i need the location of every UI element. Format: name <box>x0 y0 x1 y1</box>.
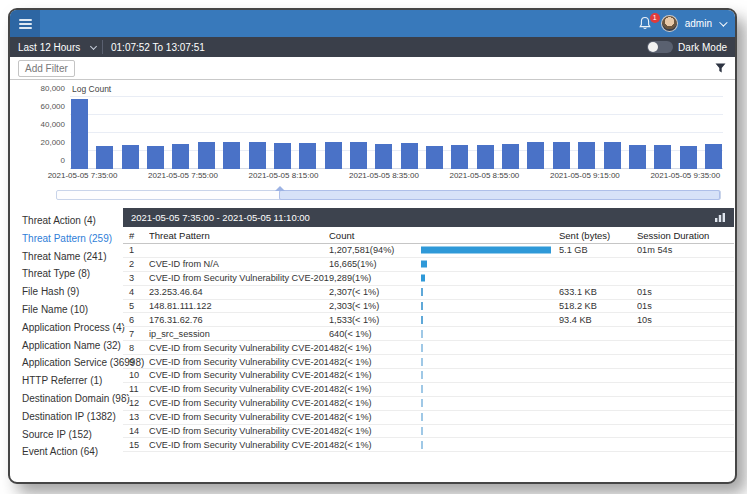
table-row[interactable]: 7ip_src_session640(< 1%) <box>123 327 734 341</box>
count-cell: 2,307(< 1%) <box>329 287 421 297</box>
x-axis-tick-label: 2021-05-05 8:15:00 <box>249 171 319 180</box>
threat-pattern-cell: CVE-ID from Security Vulnerability CVE-2… <box>149 370 329 380</box>
sidebar-item[interactable]: Event Action (64) <box>22 443 123 461</box>
brush-selection[interactable] <box>279 190 720 200</box>
chart-bar <box>629 145 646 169</box>
count-bar-track <box>421 272 559 285</box>
count-bar-track <box>421 313 559 326</box>
sidebar-item[interactable]: Threat Action (4) <box>22 212 123 230</box>
hamburger-icon <box>19 17 32 31</box>
chevron-down-icon <box>90 42 97 49</box>
count-cell: 1,207,581(94%) <box>329 245 421 255</box>
row-number: 10 <box>123 370 149 380</box>
chart-bar <box>477 145 494 169</box>
table-row[interactable]: 10CVE-ID from Security Vulnerability CVE… <box>123 369 734 383</box>
table-row[interactable]: 8CVE-ID from Security Vulnerability CVE-… <box>123 341 734 355</box>
chart-bar <box>299 143 316 169</box>
sidebar-item[interactable]: Application Process (4) <box>22 319 123 337</box>
username-label[interactable]: admin <box>685 18 712 29</box>
column-header[interactable]: Threat Pattern <box>149 230 329 241</box>
table-row[interactable]: 2CVE-ID from N/A16,665(1%) <box>123 258 734 272</box>
row-number: 8 <box>123 343 149 353</box>
row-number: 12 <box>123 398 149 408</box>
y-axis-tick-label: 40,000 <box>18 120 70 129</box>
toggle-knob <box>648 42 658 52</box>
table-row[interactable]: 12CVE-ID from Security Vulnerability CVE… <box>123 397 734 411</box>
chart-bar <box>604 142 621 169</box>
sidebar-item[interactable]: HTTP Referrer (1) <box>22 372 123 390</box>
table-time-range: 2021-05-05 7:35:00 - 2021-05-05 11:10:00 <box>131 212 310 223</box>
sidebar-item[interactable]: Destination IP (1382) <box>22 408 123 426</box>
table-row[interactable]: 11,207,581(94%)5.1 GB01m 54s <box>123 244 734 258</box>
sidebar-item[interactable]: Threat Type (8) <box>22 265 123 283</box>
chart-bar <box>147 146 164 169</box>
table-row[interactable]: 6176.31.62.761,533(< 1%)93.4 KB10s <box>123 313 734 327</box>
count-cell: 2,303(< 1%) <box>329 301 421 311</box>
column-header[interactable]: Count <box>329 230 421 241</box>
count-bar <box>421 413 423 421</box>
sidebar-item[interactable]: File Name (10) <box>22 301 123 319</box>
threat-pattern-cell: CVE-ID from Security Vulnerability CVE-2… <box>149 412 329 422</box>
user-menu-chevron-icon[interactable] <box>719 18 727 26</box>
chart-brush-scrollbar[interactable] <box>56 190 721 200</box>
sidebar-item[interactable]: Source IP (152) <box>22 426 123 444</box>
filter-bar: Add Filter <box>10 57 735 80</box>
chart-view-icon[interactable] <box>714 212 726 223</box>
threat-pattern-cell: 148.81.111.122 <box>149 301 329 311</box>
table-row[interactable]: 15CVE-ID from Security Vulnerability CVE… <box>123 438 734 452</box>
sent-bytes-cell: 633.1 KB <box>559 287 637 297</box>
table-row[interactable]: 9CVE-ID from Security Vulnerability CVE-… <box>123 355 734 369</box>
row-number: 11 <box>123 384 149 394</box>
table-row[interactable]: 5148.81.111.1222,303(< 1%)518.2 KB01s <box>123 300 734 314</box>
count-cell: 16,665(1%) <box>329 259 421 269</box>
table-row[interactable]: 13CVE-ID from Security Vulnerability CVE… <box>123 411 734 425</box>
filter-funnel-icon[interactable] <box>714 62 727 75</box>
table-row[interactable]: 11CVE-ID from Security Vulnerability CVE… <box>123 383 734 397</box>
column-header[interactable]: Session Duration <box>637 230 734 241</box>
row-number: 4 <box>123 287 149 297</box>
table-row[interactable]: 14CVE-ID from Security Vulnerability CVE… <box>123 425 734 439</box>
notifications-bell-icon[interactable]: 1 <box>638 16 654 32</box>
sidebar-item[interactable]: Threat Pattern (259) <box>22 230 123 248</box>
sidebar-item[interactable]: File Hash (9) <box>22 283 123 301</box>
user-avatar[interactable] <box>661 15 678 32</box>
count-bar-track <box>421 258 559 271</box>
table-row[interactable]: 3CVE-ID from Security Vulnerability CVE-… <box>123 272 734 286</box>
brush-handle-icon[interactable] <box>275 186 285 191</box>
menu-button[interactable] <box>10 10 40 37</box>
x-axis-tick-label: 2021-05-05 8:35:00 <box>349 171 419 180</box>
count-bar <box>421 427 423 435</box>
y-axis-tick-label: 80,000 <box>18 84 70 93</box>
column-header[interactable]: # <box>123 230 149 241</box>
count-cell: 482(< 1%) <box>329 357 421 367</box>
chart-bar <box>527 142 544 169</box>
x-axis-tick-label: 2021-05-05 8:55:00 <box>449 171 519 180</box>
time-range-select[interactable]: Last 12 Hours <box>10 37 102 57</box>
row-number: 13 <box>123 412 149 422</box>
count-cell: 482(< 1%) <box>329 440 421 450</box>
sidebar-item[interactable]: Threat Name (241) <box>22 248 123 266</box>
count-bar <box>421 316 423 324</box>
sent-bytes-cell: 518.2 KB <box>559 301 637 311</box>
chart-bar <box>502 144 519 169</box>
row-number: 9 <box>123 357 149 367</box>
row-number: 6 <box>123 315 149 325</box>
sidebar-item[interactable]: Destination Domain (98) <box>22 390 123 408</box>
sidebar-item[interactable]: Application Service (36998) <box>22 354 123 372</box>
dark-mode-toggle[interactable] <box>647 41 673 53</box>
row-number: 1 <box>123 245 149 255</box>
sent-bytes-cell: 5.1 GB <box>559 245 637 255</box>
add-filter-input[interactable]: Add Filter <box>18 60 75 77</box>
chart-bar <box>198 142 215 169</box>
chart-plot-area: 020,00040,00060,00080,000 <box>70 97 723 169</box>
count-cell: 482(< 1%) <box>329 370 421 380</box>
count-cell: 482(< 1%) <box>329 412 421 422</box>
table-row[interactable]: 423.253.46.642,307(< 1%)633.1 KB01s <box>123 286 734 300</box>
table-body: 11,207,581(94%)5.1 GB01m 54s2CVE-ID from… <box>123 244 734 452</box>
separator <box>102 40 103 54</box>
dark-mode-label: Dark Mode <box>678 42 727 53</box>
column-header[interactable]: Sent (bytes) <box>559 230 637 241</box>
chart-bar <box>96 146 113 169</box>
count-cell: 482(< 1%) <box>329 343 421 353</box>
sidebar-item[interactable]: Application Name (32) <box>22 337 123 355</box>
